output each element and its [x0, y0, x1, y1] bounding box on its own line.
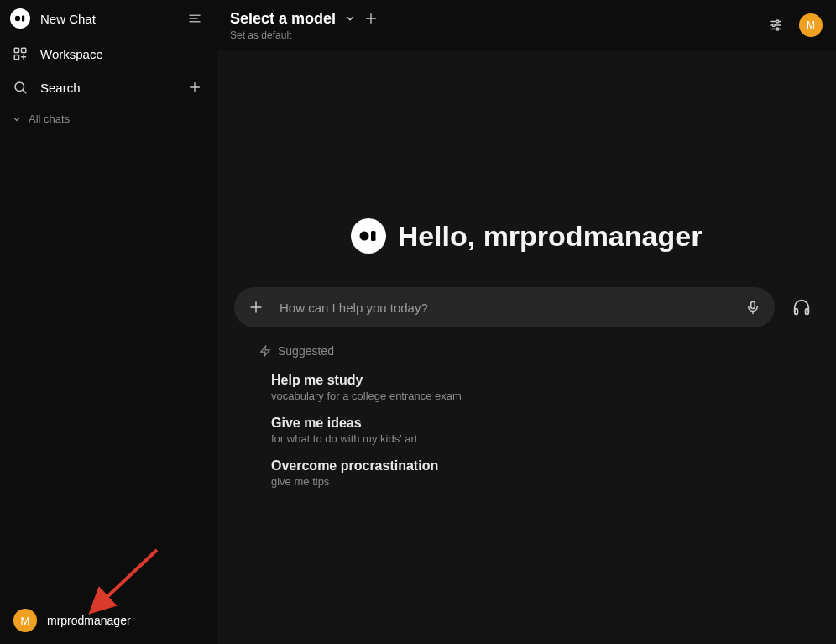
all-chats-label: All chats: [29, 113, 70, 125]
model-selector-label: Select a model: [230, 10, 336, 28]
new-chat-label: New Chat: [40, 12, 96, 26]
svg-rect-23: [371, 231, 376, 241]
suggestion-title: Help me study: [271, 373, 781, 388]
new-chat-button[interactable]: New Chat: [10, 8, 96, 29]
sidebar-search-row: Search: [0, 71, 217, 104]
main-area: Select a model Set as default: [217, 0, 836, 644]
svg-rect-7: [14, 55, 18, 60]
suggestion-title: Give me ideas: [271, 416, 781, 431]
suggestion-subtitle: for what to do with my kids' art: [271, 432, 781, 445]
suggestion-item[interactable]: Give me ideas for what to do with my kid…: [234, 409, 818, 452]
search-button[interactable]: Search: [10, 80, 81, 95]
model-selector[interactable]: Select a model: [230, 10, 378, 28]
set-default-button[interactable]: Set as default: [230, 29, 378, 41]
new-chat-plus-button[interactable]: [183, 76, 206, 99]
attach-button[interactable]: [244, 296, 268, 319]
menu-icon: [187, 11, 202, 26]
app-logo-icon: [10, 8, 30, 29]
mic-icon: [745, 300, 760, 315]
headphones-icon: [792, 298, 811, 317]
chat-input-placeholder: How can I help you today?: [280, 301, 729, 315]
svg-marker-30: [261, 346, 270, 356]
mic-button[interactable]: [741, 296, 765, 319]
svg-rect-29: [806, 309, 809, 314]
greeting: Hello, mrprodmanager: [351, 218, 703, 254]
chevron-down-icon: [344, 13, 356, 24]
topbar-right: M: [764, 13, 823, 37]
topbar: Select a model Set as default: [217, 0, 836, 50]
sidebar-user-button[interactable]: M mrprodmanager: [0, 597, 217, 644]
svg-rect-26: [751, 301, 755, 308]
chat-input[interactable]: How can I help you today?: [234, 287, 775, 327]
plus-icon[interactable]: [364, 12, 378, 25]
svg-point-19: [772, 24, 775, 27]
sidebar: New Chat Workspace: [0, 0, 217, 644]
svg-point-22: [359, 232, 368, 241]
greeting-text: Hello, mrprodmanager: [398, 220, 703, 253]
suggestion-item[interactable]: Overcome procrastination give me tips: [234, 452, 818, 495]
center-content: Hello, mrprodmanager How can I help you …: [217, 50, 836, 644]
sidebar-header: New Chat: [0, 0, 217, 37]
suggestion-subtitle: give me tips: [271, 475, 781, 488]
chevron-down-icon: [12, 114, 22, 124]
svg-point-21: [776, 28, 779, 30]
svg-rect-5: [14, 48, 18, 52]
svg-rect-1: [22, 16, 24, 22]
user-avatar-top[interactable]: M: [799, 13, 823, 37]
app-logo-large-icon: [351, 218, 386, 254]
topbar-left: Select a model Set as default: [230, 10, 378, 41]
suggestions: Suggested Help me study vocabulary for a…: [234, 344, 818, 495]
all-chats-toggle[interactable]: All chats: [0, 104, 217, 134]
sidebar-item-workspace[interactable]: Workspace: [0, 37, 217, 71]
svg-rect-28: [795, 309, 798, 314]
plus-icon: [248, 300, 264, 315]
suggested-label: Suggested: [278, 344, 334, 358]
suggested-heading: Suggested: [234, 344, 818, 358]
workspace-label: Workspace: [40, 47, 103, 61]
svg-point-0: [15, 16, 20, 21]
input-bar-wrap: How can I help you today?: [234, 287, 818, 327]
suggestion-item[interactable]: Help me study vocabulary for a college e…: [234, 366, 818, 409]
user-name-label: mrprodmanager: [47, 614, 131, 627]
user-avatar-small: M: [13, 609, 37, 632]
settings-button[interactable]: [764, 13, 787, 37]
suggestion-subtitle: vocabulary for a college entrance exam: [271, 390, 781, 402]
search-label: Search: [40, 81, 81, 95]
bolt-icon: [259, 345, 271, 357]
sliders-icon: [768, 18, 783, 33]
plus-icon: [188, 81, 201, 94]
voice-mode-button[interactable]: [785, 291, 818, 324]
svg-point-17: [776, 20, 779, 23]
svg-line-11: [23, 90, 26, 93]
suggestion-title: Overcome procrastination: [271, 458, 781, 474]
sidebar-collapse-button[interactable]: [183, 7, 206, 30]
sidebar-top: New Chat Workspace: [0, 0, 217, 597]
search-icon: [10, 80, 30, 95]
workspace-icon: [10, 46, 30, 61]
svg-rect-6: [22, 48, 26, 52]
